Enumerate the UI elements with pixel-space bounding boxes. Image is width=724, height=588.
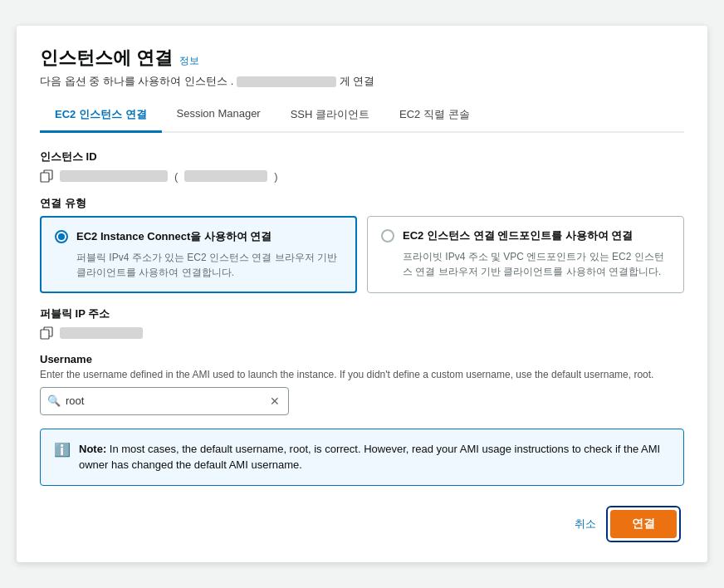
instance-id-group: 인스턴스 ID ( ): [40, 149, 684, 183]
instance-id-label: 인스턴스 ID: [40, 149, 684, 164]
page-title: 인스턴스에 연결: [40, 46, 173, 71]
subtitle-prefix: 다음 옵션 중 하나를 사용하여 인스턴스 .: [40, 75, 233, 87]
note-text: Note: In most cases, the default usernam…: [79, 441, 670, 473]
public-ip-label: 퍼블릭 IP 주소: [40, 306, 684, 321]
tabs-nav: EC2 인스턴스 연결 Session Manager SSH 클라이언트 EC…: [40, 99, 684, 133]
connect-button-wrapper: 연결: [606, 506, 681, 542]
instance-name-value: [184, 170, 267, 182]
radio-ec2-instance-connect[interactable]: EC2 Instance Connect을 사용하여 연결 퍼블릭 IPv4 주…: [40, 216, 357, 292]
subtitle-suffix: 게 연결: [340, 75, 375, 87]
copy-ip-icon[interactable]: [40, 326, 53, 340]
copy-icon[interactable]: [40, 169, 53, 183]
info-icon: ℹ️: [54, 442, 71, 473]
page-subtitle: 다음 옵션 중 하나를 사용하여 인스턴스 . 게 연결: [40, 74, 684, 89]
radio-desc-ec2-endpoint: 프라이빗 IPv4 주소 및 VPC 엔드포인트가 있는 EC2 인스턴스 연결…: [403, 249, 670, 279]
tab-ec2-connect[interactable]: EC2 인스턴스 연결: [40, 99, 162, 133]
radio-dot-ec2-connect: [55, 230, 68, 243]
public-ip-row: [40, 326, 684, 340]
connect-button[interactable]: 연결: [610, 510, 677, 538]
clear-icon[interactable]: ✕: [268, 393, 281, 409]
page-header: 인스턴스에 연결 정보 다음 옵션 중 하나를 사용하여 인스턴스 . 게 연결: [40, 46, 684, 89]
cancel-button[interactable]: 취소: [575, 517, 596, 532]
radio-dot-ec2-endpoint: [381, 229, 394, 243]
svg-rect-1: [41, 173, 49, 182]
info-link[interactable]: 정보: [179, 54, 199, 68]
note-bold: Note:: [79, 443, 106, 455]
connection-type-options: EC2 Instance Connect을 사용하여 연결 퍼블릭 IPv4 주…: [40, 216, 684, 292]
instance-id-redacted: [237, 76, 336, 87]
svg-rect-3: [41, 330, 49, 339]
tab-ssh-client[interactable]: SSH 클라이언트: [276, 99, 384, 133]
connection-type-group: 연결 유형 EC2 Instance Connect을 사용하여 연결 퍼블릭 …: [40, 196, 684, 292]
public-ip-group: 퍼블릭 IP 주소: [40, 306, 684, 340]
radio-desc-ec2-connect: 퍼블릭 IPv4 주소가 있는 EC2 인스턴스 연결 브라우저 기반 클라이언…: [76, 250, 342, 280]
tab-session-manager[interactable]: Session Manager: [162, 99, 276, 133]
instance-id-row: ( ): [40, 169, 684, 183]
radio-title-ec2-connect: EC2 Instance Connect을 사용하여 연결: [76, 229, 342, 244]
radio-ec2-endpoint[interactable]: EC2 인스턴스 연결 엔드포인트를 사용하여 연결 프라이빗 IPv4 주소 …: [367, 216, 684, 292]
connection-type-label: 연결 유형: [40, 196, 684, 211]
tab-ec2-serial-console[interactable]: EC2 직렬 콘솔: [384, 99, 485, 133]
public-ip-value: [60, 327, 143, 339]
note-body: In most cases, the default username, roo…: [79, 443, 660, 472]
username-group: Username Enter the username defined in t…: [40, 353, 684, 415]
username-input-wrapper: 🔍 ✕: [40, 387, 289, 415]
instance-id-value: [60, 170, 168, 182]
username-desc: Enter the username defined in the AMI us…: [40, 367, 684, 382]
note-box: ℹ️ Note: In most cases, the default user…: [40, 429, 684, 486]
radio-title-ec2-endpoint: EC2 인스턴스 연결 엔드포인트를 사용하여 연결: [403, 228, 670, 243]
search-icon: 🔍: [47, 394, 61, 407]
modal-footer: 취소 연결: [40, 506, 684, 542]
username-input[interactable]: [66, 394, 268, 407]
connect-modal: 인스턴스에 연결 정보 다음 옵션 중 하나를 사용하여 인스턴스 . 게 연결…: [17, 26, 707, 561]
username-label: Username: [40, 353, 684, 365]
